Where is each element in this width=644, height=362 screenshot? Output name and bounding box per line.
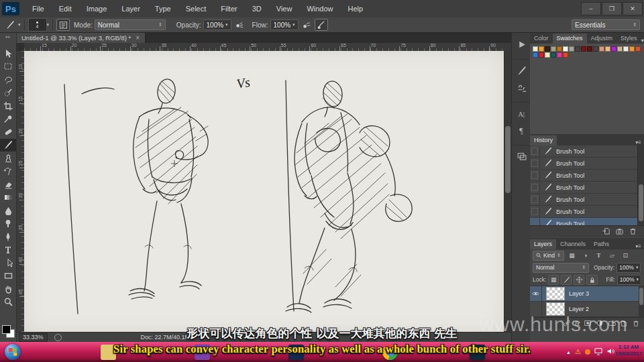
eraser-tool[interactable] [0,178,16,191]
gradient-tool[interactable] [0,191,16,204]
pressure-opacity-icon[interactable] [233,19,246,30]
display-tray-icon[interactable] [594,348,602,357]
filter-adjustment-layers-icon[interactable]: ◑ [580,251,591,261]
layer-comps-icon[interactable] [512,148,531,165]
purple-app-taskbar-icon[interactable] [195,345,210,360]
lasso-tool[interactable] [0,73,16,86]
crop-tool[interactable] [0,99,16,113]
history-state[interactable]: Brush Tool [530,170,644,182]
new-layer-icon[interactable] [620,318,628,330]
orange-tray-icon[interactable] [585,349,590,355]
brush-tool[interactable] [0,139,16,152]
brush-presets-icon[interactable] [512,62,531,79]
zoom-level[interactable]: 33.33% [19,333,48,342]
menu-window[interactable]: Window [299,0,340,17]
dodge-tool[interactable] [0,217,16,231]
start-button[interactable] [5,344,21,360]
flow-value[interactable]: 100%▾ [270,19,299,30]
clone-stamp-tool[interactable] [0,152,16,165]
history-brush-tool[interactable] [0,165,16,178]
delete-state-icon[interactable] [629,226,637,238]
filter-smart-objects-icon[interactable]: ⊡ [620,251,631,261]
type-tool[interactable] [0,243,16,257]
tab-close-icon[interactable]: × [136,34,140,42]
healing-brush-tool[interactable] [0,125,16,139]
tab-channels[interactable]: Channels [556,239,590,249]
color-swatch[interactable] [557,46,562,52]
color-swatch[interactable] [599,46,604,52]
pressure-size-icon[interactable] [315,19,328,31]
filter-pixel-layers-icon[interactable]: ▦ [566,251,578,261]
menu-view[interactable]: View [269,0,300,17]
paragraph-panel-icon[interactable]: ¶ [512,122,531,139]
color-swatch[interactable] [539,46,544,52]
tab-adjustm[interactable]: Adjustm [587,34,617,44]
color-swatch[interactable] [575,46,580,52]
color-swatch[interactable] [623,46,629,52]
color-swatch[interactable] [605,46,610,52]
quick-selection-tool[interactable] [0,86,16,100]
new-document-from-state-icon[interactable] [602,226,610,238]
delete-layer-icon[interactable] [632,318,640,330]
menu-select[interactable]: Select [178,0,214,17]
clone-source-icon[interactable] [512,79,531,96]
dark-app-taskbar-icon[interactable] [470,345,485,360]
fill-value[interactable]: 100%▾ [617,275,641,285]
color-swatch[interactable] [545,52,550,58]
taskbar-clock[interactable]: 1:12 AM 19/03/2017 [615,344,642,358]
panel-menu-icon[interactable]: ▾≡ [641,38,644,44]
canvas-vertical-scrollbar[interactable] [504,51,511,333]
color-swatch[interactable] [563,52,568,58]
warning-tray-icon[interactable]: ⚠ [575,349,581,355]
brush-preset-picker[interactable]: 4 [28,18,47,32]
marquee-tool[interactable] [0,60,16,74]
layers-opacity-value[interactable]: 100%▾ [616,263,641,273]
tab-swatches[interactable]: Swatches [553,34,587,44]
photoshop-taskbar-icon[interactable] [288,345,304,360]
close-button[interactable]: ✕ [623,2,643,15]
color-swatch[interactable] [569,46,574,52]
history-source-checkbox[interactable] [530,146,540,157]
restore-button[interactable]: ❐ [602,2,622,15]
status-options-arrow[interactable]: ▶ [449,335,453,341]
color-swatch[interactable] [635,46,641,52]
history-state[interactable]: Brush Tool [530,206,644,218]
brush-preset-caret[interactable]: ▾ [47,22,50,27]
explorer-taskbar-icon[interactable] [101,345,116,360]
tools-panel-collapse-icon[interactable]: ▸▸ [0,32,16,42]
history-scrollbar[interactable] [637,145,644,225]
new-snapshot-icon[interactable] [615,226,624,238]
hand-tool[interactable] [0,282,16,296]
layer-thumbnail[interactable] [546,287,565,300]
tray-expand-icon[interactable]: ▲ [566,350,571,355]
character-panel-icon[interactable]: A| [512,105,531,122]
history-source-checkbox[interactable] [530,206,540,217]
history-state[interactable]: Brush Tool [530,218,644,225]
tab-layers[interactable]: Layers [530,239,556,249]
color-swatch[interactable] [551,52,556,58]
color-swatch[interactable] [587,46,592,52]
history-state[interactable]: Brush Tool [530,145,644,158]
mode-dropdown[interactable]: Normal⇕ [95,19,166,30]
history-state[interactable]: Brush Tool [530,194,644,206]
menu-filter[interactable]: Filter [213,0,244,17]
workspace-switcher[interactable]: Essentials⇕ [572,19,640,30]
menu-help[interactable]: Help [341,0,371,17]
color-swatch[interactable] [581,46,586,52]
menu-type[interactable]: Type [148,0,178,17]
menu-3d[interactable]: 3D [245,0,269,17]
menu-file[interactable]: File [25,0,52,17]
actions-icon[interactable] [512,36,531,53]
eyedropper-tool[interactable] [0,113,16,126]
layer-filter-dropdown[interactable]: Kind⇕ [533,251,564,261]
opacity-value[interactable]: 100%▾ [203,19,231,30]
history-source-checkbox[interactable] [530,194,540,205]
color-swatch[interactable] [593,46,598,52]
layer-row[interactable]: Layer 2 [530,302,644,317]
panel-menu-icon[interactable]: ▾≡ [635,243,644,249]
lock-all-icon[interactable] [586,275,597,285]
layer-thumbnail[interactable] [546,302,565,316]
tab-styles[interactable]: Styles [616,34,641,44]
color-swatch[interactable] [551,46,556,52]
lock-pixels-icon[interactable] [561,275,572,285]
